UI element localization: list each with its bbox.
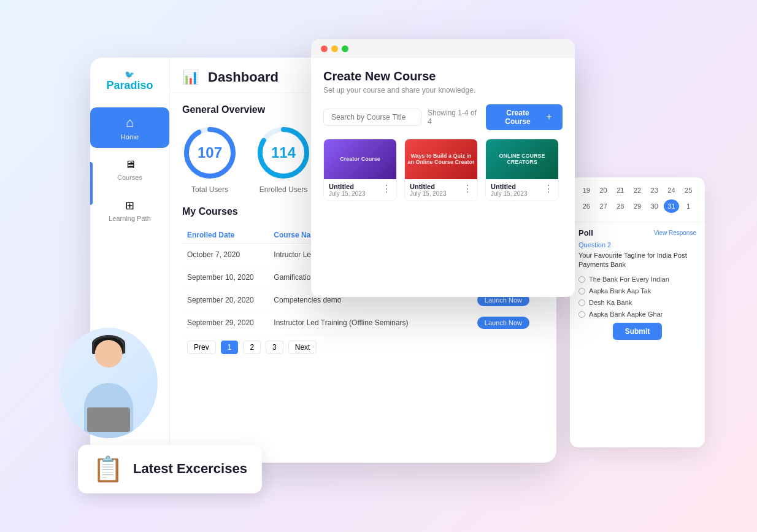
sidebar-item-courses[interactable]: 🖥 Courses [90, 151, 169, 188]
course-date: October 7, 2020 [182, 243, 269, 266]
modal-title: Create New Course [323, 69, 563, 83]
next-page-button[interactable]: Next [288, 341, 317, 354]
enrolled-users-label: Enrolled Users [259, 185, 308, 194]
stat-enrolled-users: 114 Enrolled Users [256, 125, 311, 194]
brand-name: Paradiso [106, 79, 153, 92]
circle-total-users: 107 [182, 125, 237, 180]
course-card: ONLINE COURSE CREATORS Untitled July 15,… [485, 139, 559, 201]
sidebar-active-bar [90, 162, 93, 205]
sidebar-item-home-label: Home [121, 133, 139, 141]
course-name: Instructor Led Training (Offline Seminar… [269, 311, 472, 334]
poll-option-3[interactable]: Desh Ka Bank [578, 299, 696, 306]
modal-toolbar: Showing 1-4 of 4 Create Course ＋ [323, 104, 563, 130]
radio-3[interactable] [578, 299, 585, 306]
exercises-text: Latest Excercises [133, 461, 247, 477]
course-date: September 20, 2020 [182, 288, 269, 311]
course-card-details: Untitled July 15, 2023 [491, 183, 528, 197]
poll-question-label: Question 2 [578, 241, 696, 249]
learning-path-icon: ⊞ [125, 199, 134, 212]
sidebar-item-home[interactable]: ⌂ Home [90, 107, 169, 148]
course-card-date: July 15, 2023 [329, 190, 366, 197]
page-2-button[interactable]: 2 [243, 341, 261, 354]
exercises-card: 📋 Latest Excercises [78, 445, 262, 493]
course-date: September 10, 2020 [182, 266, 269, 288]
poll-option-1[interactable]: The Bank For Every Indian [578, 276, 696, 283]
cal-row-2: 26 27 28 29 30 31 1 [578, 199, 696, 213]
radio-2[interactable] [578, 288, 585, 295]
poll-option-3-text: Desh Ka Bank [589, 299, 632, 306]
poll-title: Poll [578, 228, 593, 237]
pagination: Prev 1 2 3 Next [182, 334, 544, 360]
course-options-button[interactable]: ⋮ [544, 183, 553, 195]
sidebar-item-learning-path[interactable]: ⊞ Learning Path [90, 191, 169, 229]
total-users-value: 107 [198, 144, 222, 161]
laptop-shape [87, 407, 130, 432]
course-card-title: Untitled [491, 183, 528, 190]
plus-icon: ＋ [544, 110, 554, 123]
course-card-date: July 15, 2023 [491, 190, 528, 197]
poll-description: Your Favourite Tagline for India Post Pa… [578, 251, 696, 270]
course-card-details: Untitled July 15, 2023 [329, 183, 366, 197]
exercises-icon: 📋 [93, 455, 123, 484]
radio-1[interactable] [578, 276, 585, 283]
sidebar-item-learning-path-label: Learning Path [109, 215, 151, 222]
search-course-input[interactable] [323, 109, 421, 126]
home-icon: ⌂ [126, 115, 134, 131]
calendar-grid: 19 20 21 22 23 24 25 26 27 28 29 30 31 1 [570, 177, 705, 222]
prev-page-button[interactable]: Prev [187, 341, 216, 354]
course-card-info: Untitled July 15, 2023 ⋮ [324, 179, 396, 201]
poll-section: Poll View Response Question 2 Your Favou… [570, 222, 705, 347]
headphone-icon [92, 335, 126, 353]
radio-4[interactable] [578, 311, 585, 318]
course-card-info: Untitled July 15, 2023 ⋮ [405, 179, 477, 201]
person-body [84, 383, 133, 438]
poll-option-1-text: The Bank For Every Indian [589, 276, 669, 283]
course-thumbnail: ONLINE COURSE CREATORS [486, 139, 558, 179]
stat-total-users: 107 Total Users [182, 125, 237, 194]
create-course-modal: Create New Course Set up your course and… [311, 39, 575, 297]
poll-submit-button[interactable]: Submit [613, 323, 663, 340]
modal-titlebar [311, 39, 575, 58]
traffic-maximize[interactable] [342, 45, 348, 52]
course-card-title: Untitled [329, 183, 366, 190]
traffic-close[interactable] [321, 45, 328, 52]
course-card-title: Untitled [410, 183, 447, 190]
poll-option-4[interactable]: Aapka Bank Aapke Ghar [578, 310, 696, 318]
page-1-button[interactable]: 1 [221, 341, 239, 354]
table-row: September 29, 2020 Instructor Led Traini… [182, 311, 544, 334]
course-cards-row: Creator Course Untitled July 15, 2023 ⋮ … [323, 139, 563, 201]
course-card-date: July 15, 2023 [410, 190, 447, 197]
poll-option-4-text: Aapka Bank Aapke Ghar [589, 310, 663, 318]
cal-row-1: 19 20 21 22 23 24 25 [578, 183, 696, 197]
course-launch-cell: Launch Now [472, 311, 544, 334]
create-course-button[interactable]: Create Course ＋ [486, 104, 563, 130]
agent-bg [60, 328, 158, 438]
courses-icon: 🖥 [125, 158, 136, 171]
traffic-minimize[interactable] [331, 45, 338, 52]
view-response-link[interactable]: View Response [654, 229, 696, 236]
col-enrolled-date: Enrolled Date [182, 227, 269, 244]
course-thumbnail: Ways to Build a Quiz in an Online Course… [405, 139, 477, 179]
showing-text: Showing 1-4 of 4 [428, 109, 480, 126]
logo-bird: 🐦 [106, 70, 153, 79]
dashboard-icon: 📊 [182, 69, 199, 85]
course-card-info: Untitled July 15, 2023 ⋮ [486, 179, 558, 201]
page-title: Dashboard [208, 69, 279, 85]
sidebar-item-courses-label: Courses [117, 174, 142, 181]
course-options-button[interactable]: ⋮ [382, 183, 391, 195]
launch-now-button[interactable]: Launch Now [477, 317, 529, 329]
circle-enrolled-users: 114 [256, 125, 311, 180]
poll-header: Poll View Response [578, 228, 696, 237]
poll-option-2-text: Aapka Bank Aap Tak [589, 287, 651, 295]
right-panel: 19 20 21 22 23 24 25 26 27 28 29 30 31 1… [570, 177, 705, 447]
page-3-button[interactable]: 3 [266, 341, 283, 354]
course-card: Ways to Build a Quiz in an Online Course… [404, 139, 478, 201]
total-users-label: Total Users [191, 185, 228, 194]
poll-option-2[interactable]: Aapka Bank Aap Tak [578, 287, 696, 295]
logo-area: 🐦 Paradiso [106, 70, 153, 92]
course-options-button[interactable]: ⋮ [463, 183, 472, 195]
course-card-details: Untitled July 15, 2023 [410, 183, 447, 197]
scene: 🐦 Paradiso ⌂ Home 🖥 Courses ⊞ Learning P… [41, 21, 716, 512]
course-card: Creator Course Untitled July 15, 2023 ⋮ [323, 139, 397, 201]
enrolled-users-value: 114 [271, 144, 296, 161]
